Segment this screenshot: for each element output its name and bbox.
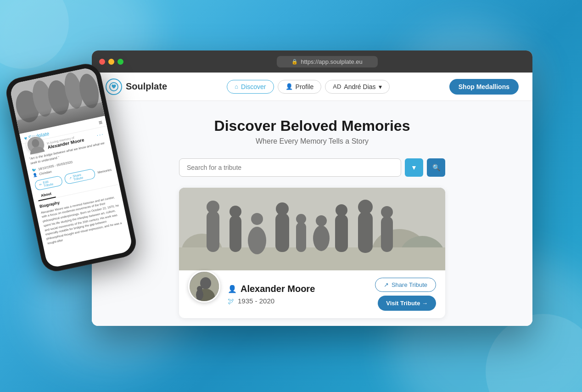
search-button[interactable]: 🔍 [427,158,445,177]
address-bar: 🔒 https://app.soulplate.eu [129,56,525,67]
phone-edit-label: Edit Tribute [43,178,59,187]
maximize-window-button[interactable] [118,59,123,65]
filter-button[interactable]: ▼ [405,158,423,177]
phone-options-icon[interactable]: ··· [96,131,105,139]
minimize-window-button[interactable] [108,59,114,65]
main-navigation: Soulplate ⌂ Discover 👤 Profile AD André … [92,73,532,101]
url-text: https://app.soulplate.eu [301,58,362,65]
svg-rect-34 [179,188,445,270]
person-icon: 👤 [285,83,293,90]
share-tribute-label: Share Tribute [392,281,427,288]
filter-icon: ▼ [411,164,417,171]
phone-menu-icon[interactable]: ≡ [98,118,103,126]
close-window-button[interactable] [99,59,105,65]
user-name: André Dias [344,83,375,90]
nav-center: ⌂ Discover 👤 Profile AD André Dias ▾ [176,80,440,94]
browser-content: Soulplate ⌂ Discover 👤 Profile AD André … [92,73,532,326]
url-display[interactable]: 🔒 https://app.soulplate.eu [277,56,378,67]
logo-text: Soulplate [126,81,167,92]
visit-tribute-button[interactable]: Visit Tribute → [378,296,436,311]
home-icon: ⌂ [235,83,238,90]
share-tribute-button[interactable]: ↗ Share Tribute [375,278,436,292]
page-subtitle: Where Every Memory Tells a Story [110,137,514,146]
visit-tribute-label: Visit Tribute → [386,300,428,307]
chevron-down-icon: ▾ [379,83,382,90]
shop-medallions-button[interactable]: Shop Medallions [449,79,519,95]
page-title: Discover Beloved Memories [110,118,514,134]
tribute-card: 👤 Alexander Moore 🕊 1935 - 2020 ↗ Share … [179,188,445,318]
share-icon: ↗ [384,281,389,288]
tribute-bottom: 👤 Alexander Moore 🕊 1935 - 2020 ↗ Share … [179,270,445,318]
tribute-name-row: 👤 Alexander Moore [228,284,368,294]
search-input[interactable] [179,158,401,177]
tribute-info: 👤 Alexander Moore 🕊 1935 - 2020 [228,284,368,305]
tribute-actions: ↗ Share Tribute Visit Tribute → [375,278,436,311]
tribute-name: Alexander Moore [241,284,315,294]
tribute-dates: 1935 - 2020 [238,297,274,305]
svg-point-39 [197,286,202,291]
profile-label: Profile [296,83,314,90]
search-icon: 🔍 [432,164,440,171]
profile-nav-item[interactable]: 👤 Profile [278,80,322,94]
user-menu[interactable]: AD André Dias ▾ [325,80,389,94]
phone-share-label: Share Tribute [73,171,92,181]
phone-twitter-icon: 🐦 [31,168,37,173]
nav-right: Shop Medallions [449,79,519,95]
main-content: Discover Beloved Memories Where Every Me… [92,101,532,326]
browser-window: 🔒 https://app.soulplate.eu Soulplate ⌂ [92,50,532,326]
discover-nav-item[interactable]: ⌂ Discover [227,80,274,94]
traffic-lights [99,59,123,65]
phone-share-icon-small: ↗ [69,176,73,180]
logo-icon [106,78,122,95]
discover-label: Discover [241,83,266,90]
phone-person-icon: 👤 [33,172,38,177]
user-avatar-small: AD [333,83,341,90]
tribute-dates-row: 🕊 1935 - 2020 [228,297,368,305]
logo-area[interactable]: Soulplate [106,78,167,95]
phone-edit-icon: ✏ [39,183,43,187]
search-row: ▼ 🔍 [179,158,445,177]
browser-chrome: 🔒 https://app.soulplate.eu [92,50,532,73]
tribute-banner [179,188,445,270]
tribute-dove-icon: 🕊 [228,297,234,305]
tribute-avatar [188,270,220,302]
tribute-person-icon: 👤 [228,285,237,293]
phone-memories-label: Memories [97,168,112,174]
lock-icon: 🔒 [291,59,298,65]
